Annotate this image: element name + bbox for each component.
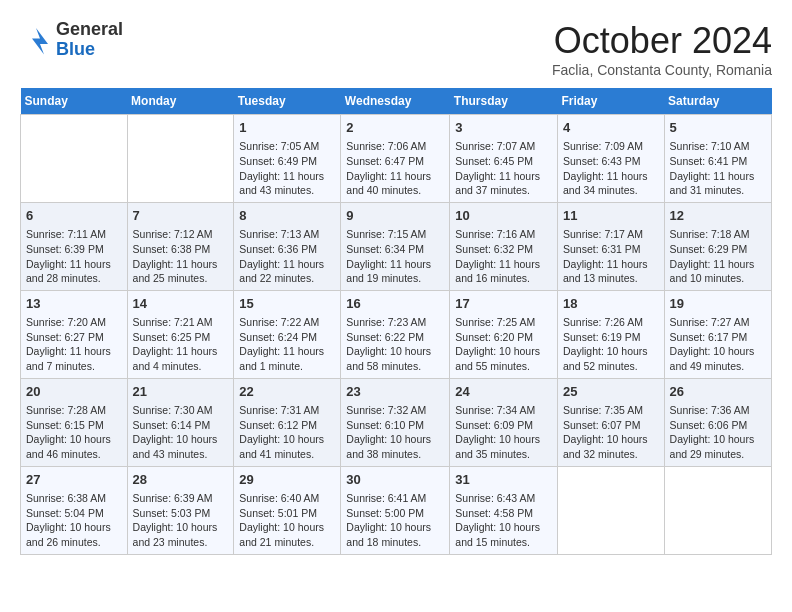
cell-info: Sunrise: 7:30 AM (133, 403, 229, 418)
cell-info: Daylight: 11 hours and 25 minutes. (133, 257, 229, 286)
cell-info: Daylight: 10 hours and 46 minutes. (26, 432, 122, 461)
cell-info: Sunrise: 7:12 AM (133, 227, 229, 242)
calendar-cell: 22Sunrise: 7:31 AMSunset: 6:12 PMDayligh… (234, 378, 341, 466)
cell-info: Sunset: 6:10 PM (346, 418, 444, 433)
cell-info: Sunset: 6:36 PM (239, 242, 335, 257)
cell-info: Sunrise: 7:06 AM (346, 139, 444, 154)
day-number: 17 (455, 295, 552, 313)
cell-info: Daylight: 10 hours and 43 minutes. (133, 432, 229, 461)
cell-info: Sunset: 6:31 PM (563, 242, 659, 257)
header-day-sunday: Sunday (21, 88, 128, 115)
day-number: 25 (563, 383, 659, 401)
cell-info: Sunset: 6:41 PM (670, 154, 766, 169)
cell-info: Sunset: 5:00 PM (346, 506, 444, 521)
day-number: 28 (133, 471, 229, 489)
cell-info: Sunrise: 7:31 AM (239, 403, 335, 418)
cell-info: Sunset: 6:39 PM (26, 242, 122, 257)
calendar-cell (664, 466, 771, 554)
cell-info: Sunrise: 7:23 AM (346, 315, 444, 330)
cell-info: Daylight: 10 hours and 21 minutes. (239, 520, 335, 549)
day-number: 11 (563, 207, 659, 225)
header-day-monday: Monday (127, 88, 234, 115)
cell-info: Sunset: 6:09 PM (455, 418, 552, 433)
calendar-cell: 24Sunrise: 7:34 AMSunset: 6:09 PMDayligh… (450, 378, 558, 466)
calendar-cell: 9Sunrise: 7:15 AMSunset: 6:34 PMDaylight… (341, 202, 450, 290)
logo-blue: Blue (56, 40, 123, 60)
calendar-cell: 19Sunrise: 7:27 AMSunset: 6:17 PMDayligh… (664, 290, 771, 378)
page-header: General Blue October 2024 Faclia, Consta… (20, 20, 772, 78)
calendar-cell: 26Sunrise: 7:36 AMSunset: 6:06 PMDayligh… (664, 378, 771, 466)
day-number: 3 (455, 119, 552, 137)
cell-info: Sunrise: 7:20 AM (26, 315, 122, 330)
month-title: October 2024 (552, 20, 772, 62)
cell-info: Daylight: 11 hours and 43 minutes. (239, 169, 335, 198)
calendar-cell: 16Sunrise: 7:23 AMSunset: 6:22 PMDayligh… (341, 290, 450, 378)
week-row-1: 1Sunrise: 7:05 AMSunset: 6:49 PMDaylight… (21, 115, 772, 203)
cell-info: Sunrise: 7:32 AM (346, 403, 444, 418)
cell-info: Daylight: 10 hours and 26 minutes. (26, 520, 122, 549)
cell-info: Daylight: 11 hours and 13 minutes. (563, 257, 659, 286)
cell-info: Sunrise: 7:13 AM (239, 227, 335, 242)
day-number: 24 (455, 383, 552, 401)
calendar-cell: 4Sunrise: 7:09 AMSunset: 6:43 PMDaylight… (557, 115, 664, 203)
calendar-cell (127, 115, 234, 203)
cell-info: Sunrise: 7:10 AM (670, 139, 766, 154)
logo-text: General Blue (56, 20, 123, 60)
calendar-cell: 5Sunrise: 7:10 AMSunset: 6:41 PMDaylight… (664, 115, 771, 203)
day-number: 22 (239, 383, 335, 401)
calendar-header: SundayMondayTuesdayWednesdayThursdayFrid… (21, 88, 772, 115)
svg-marker-0 (32, 28, 48, 54)
calendar-cell: 6Sunrise: 7:11 AMSunset: 6:39 PMDaylight… (21, 202, 128, 290)
week-row-5: 27Sunrise: 6:38 AMSunset: 5:04 PMDayligh… (21, 466, 772, 554)
cell-info: Sunrise: 6:40 AM (239, 491, 335, 506)
day-number: 4 (563, 119, 659, 137)
day-number: 21 (133, 383, 229, 401)
cell-info: Daylight: 10 hours and 32 minutes. (563, 432, 659, 461)
logo: General Blue (20, 20, 123, 60)
cell-info: Sunrise: 7:15 AM (346, 227, 444, 242)
cell-info: Sunrise: 7:26 AM (563, 315, 659, 330)
header-day-friday: Friday (557, 88, 664, 115)
header-day-tuesday: Tuesday (234, 88, 341, 115)
day-number: 10 (455, 207, 552, 225)
cell-info: Sunrise: 7:17 AM (563, 227, 659, 242)
cell-info: Daylight: 11 hours and 31 minutes. (670, 169, 766, 198)
cell-info: Daylight: 10 hours and 49 minutes. (670, 344, 766, 373)
calendar-cell (21, 115, 128, 203)
calendar-cell: 10Sunrise: 7:16 AMSunset: 6:32 PMDayligh… (450, 202, 558, 290)
cell-info: Daylight: 11 hours and 10 minutes. (670, 257, 766, 286)
cell-info: Sunrise: 7:35 AM (563, 403, 659, 418)
day-number: 2 (346, 119, 444, 137)
cell-info: Sunrise: 7:09 AM (563, 139, 659, 154)
cell-info: Sunset: 6:25 PM (133, 330, 229, 345)
cell-info: Sunrise: 7:22 AM (239, 315, 335, 330)
calendar-cell: 3Sunrise: 7:07 AMSunset: 6:45 PMDaylight… (450, 115, 558, 203)
calendar-cell: 11Sunrise: 7:17 AMSunset: 6:31 PMDayligh… (557, 202, 664, 290)
cell-info: Sunrise: 7:27 AM (670, 315, 766, 330)
logo-general: General (56, 20, 123, 40)
cell-info: Sunrise: 7:18 AM (670, 227, 766, 242)
calendar-cell: 1Sunrise: 7:05 AMSunset: 6:49 PMDaylight… (234, 115, 341, 203)
day-number: 13 (26, 295, 122, 313)
calendar-cell: 17Sunrise: 7:25 AMSunset: 6:20 PMDayligh… (450, 290, 558, 378)
day-number: 14 (133, 295, 229, 313)
cell-info: Daylight: 10 hours and 55 minutes. (455, 344, 552, 373)
calendar-cell: 30Sunrise: 6:41 AMSunset: 5:00 PMDayligh… (341, 466, 450, 554)
cell-info: Sunrise: 7:36 AM (670, 403, 766, 418)
day-number: 1 (239, 119, 335, 137)
day-number: 27 (26, 471, 122, 489)
cell-info: Daylight: 10 hours and 35 minutes. (455, 432, 552, 461)
logo-icon (20, 24, 52, 56)
day-number: 5 (670, 119, 766, 137)
day-number: 18 (563, 295, 659, 313)
cell-info: Sunrise: 7:05 AM (239, 139, 335, 154)
cell-info: Sunset: 6:24 PM (239, 330, 335, 345)
header-day-thursday: Thursday (450, 88, 558, 115)
calendar-table: SundayMondayTuesdayWednesdayThursdayFrid… (20, 88, 772, 555)
day-number: 30 (346, 471, 444, 489)
header-day-wednesday: Wednesday (341, 88, 450, 115)
cell-info: Sunset: 6:06 PM (670, 418, 766, 433)
calendar-cell: 21Sunrise: 7:30 AMSunset: 6:14 PMDayligh… (127, 378, 234, 466)
day-number: 26 (670, 383, 766, 401)
calendar-cell: 2Sunrise: 7:06 AMSunset: 6:47 PMDaylight… (341, 115, 450, 203)
